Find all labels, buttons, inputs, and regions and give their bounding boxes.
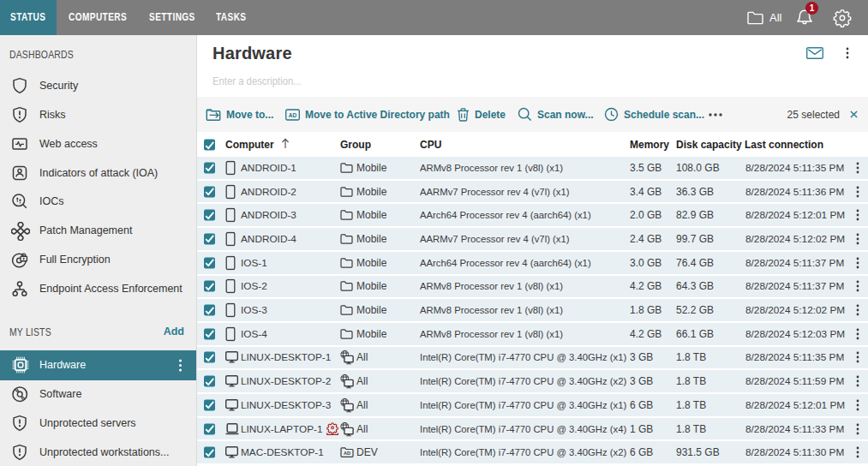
svg-text:AD: AD <box>289 111 297 117</box>
svg-text:AD: AD <box>344 451 350 456</box>
